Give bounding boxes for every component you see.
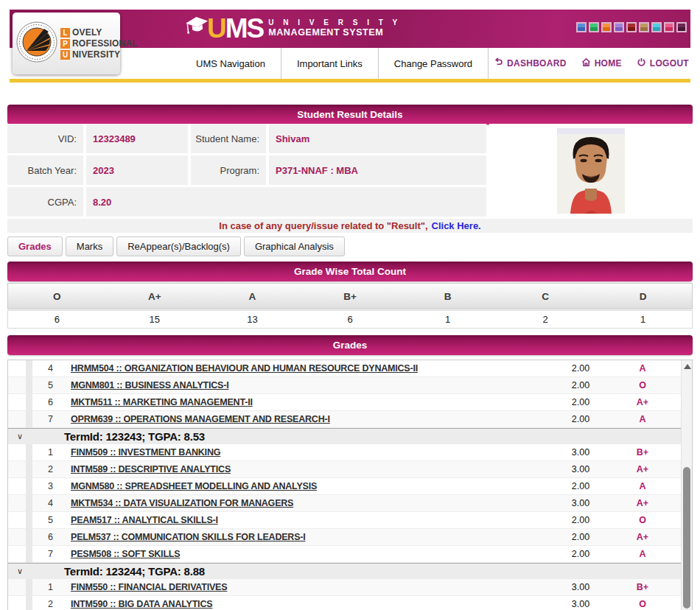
course-link[interactable]: FINM509 :: INVESTMENT BANKING [71, 447, 551, 458]
chevron-down-icon[interactable]: ∨ [17, 432, 27, 441]
vid-label: VID: [7, 124, 83, 153]
program-label: Program: [191, 155, 266, 185]
grade-letter: C [497, 291, 595, 302]
tab-graphical-analysis[interactable]: Graphical Analysis [244, 236, 345, 256]
course-link[interactable]: PESM508 :: SOFT SKILLS [71, 549, 551, 559]
course-serial: 7 [30, 549, 71, 559]
grades-list: 4HRMM504 :: ORGANIZATION BEHAVIOUR AND H… [8, 360, 681, 610]
theme-color-swatch[interactable] [576, 22, 587, 32]
grade-count: 1 [594, 314, 692, 325]
course-credits: 3.00 [551, 447, 610, 458]
course-link[interactable]: HRMM504 :: ORGANIZATION BEHAVIOUR AND HU… [71, 363, 551, 374]
graduation-cap-icon [184, 15, 210, 41]
grade-count: 6 [301, 314, 399, 325]
lpu-letter-u: U [60, 50, 70, 60]
course-link[interactable]: MGNM801 :: BUSINESS ANALYTICS-I [71, 380, 551, 390]
logout-link[interactable]: LOGOUT [637, 57, 689, 69]
chevron-down-icon[interactable]: ∨ [17, 567, 27, 576]
batch-year-label: Batch Year: [7, 155, 83, 185]
theme-color-swatch[interactable] [614, 22, 624, 32]
theme-color-swatch[interactable] [664, 22, 674, 32]
home-icon [581, 57, 591, 69]
dashboard-icon [494, 57, 503, 69]
logout-label: LOGOUT [650, 58, 689, 69]
nav-important-links[interactable]: Important Links [281, 48, 379, 79]
tab-reappear-backlog[interactable]: ReAppear(s)/Backlog(s) [116, 236, 241, 256]
student-name-value: Shivam [269, 124, 486, 153]
course-link[interactable]: PELM537 :: COMMUNICATION SKILLS FOR LEAD… [71, 532, 551, 542]
lpu-letter-p: P [60, 39, 70, 49]
course-credits: 2.00 [551, 532, 610, 542]
batch-year-value: 2023 [86, 155, 188, 185]
course-link[interactable]: INTM589 :: DESCRIPTIVE ANALYTICS [71, 464, 551, 474]
course-link[interactable]: MGNM580 :: SPREADSHEET MODELLING AND ANA… [71, 481, 551, 491]
query-note: In case of any query/issue related to "R… [7, 219, 693, 233]
ums-result-page: LOVELY PROFESSIONAL UNIVERSITY UMS U N I… [0, 0, 700, 610]
term-group-header[interactable]: ∨TermId: 123243; TGPA: 8.53 [8, 428, 681, 444]
dashboard-link[interactable]: DASHBOARD [494, 57, 567, 69]
course-link[interactable]: PEAM517 :: ANALYTICAL SKILLS-I [71, 515, 551, 525]
nav-ums-navigation[interactable]: UMS Navigation [181, 48, 281, 79]
course-credits: 2.00 [551, 414, 610, 424]
course-row: 2INTM590 :: BIG DATA ANALYTICS3.00O [8, 596, 681, 610]
scrollbar-thumb[interactable] [683, 467, 690, 609]
course-credits: 3.00 [551, 464, 610, 474]
course-row: 4HRMM504 :: ORGANIZATION BEHAVIOUR AND H… [8, 360, 681, 377]
course-grade: B+ [610, 582, 675, 592]
nav-change-password[interactable]: Change Password [379, 48, 489, 79]
ums-logo: UMS U N I V E R S I T Y MANAGEMENT SYSTE… [186, 15, 401, 43]
nav-items: UMS Navigation Important Links Change Pa… [181, 48, 489, 79]
grade-count: 13 [203, 314, 301, 325]
lpu-seal-icon [16, 21, 57, 66]
grades-list-panel: 4HRMM504 :: ORGANIZATION BEHAVIOUR AND H… [7, 360, 693, 610]
course-credits: 2.00 [551, 549, 610, 559]
course-row: 4MKTM534 :: DATA VISUALIZATION FOR MANAG… [8, 495, 681, 512]
course-link[interactable]: INTM590 :: BIG DATA ANALYTICS [71, 599, 551, 609]
theme-color-swatch[interactable] [626, 22, 637, 32]
grade-count: 1 [399, 314, 497, 325]
course-serial: 6 [30, 397, 71, 407]
cgpa-label: CGPA: [7, 187, 83, 217]
course-credits: 2.00 [551, 397, 610, 407]
course-row: 6MKTM511 :: MARKETING MANAGEMENT-II2.00A… [8, 394, 681, 411]
course-row: 3MGNM580 :: SPREADSHEET MODELLING AND AN… [8, 478, 681, 495]
lpu-logo[interactable]: LOVELY PROFESSIONAL UNIVERSITY [13, 13, 120, 74]
query-click-here-link[interactable]: Click Here. [432, 220, 481, 231]
course-row: 7OPRM639 :: OPERATIONS MANAGEMENT AND RE… [8, 411, 681, 428]
lpu-letter-l: L [60, 28, 70, 38]
tab-marks[interactable]: Marks [66, 236, 113, 256]
home-link[interactable]: HOME [581, 57, 622, 69]
ums-acronym: UMS [207, 15, 263, 43]
course-link[interactable]: OPRM639 :: OPERATIONS MANAGEMENT AND RES… [71, 414, 551, 424]
course-link[interactable]: MKTM511 :: MARKETING MANAGEMENT-II [71, 397, 551, 407]
course-serial: 2 [30, 599, 71, 609]
query-note-text: In case of any query/issue related to "R… [219, 220, 427, 231]
course-credits: 2.00 [551, 481, 610, 491]
theme-color-swatch[interactable] [651, 22, 662, 32]
scrollbar[interactable] [681, 360, 692, 610]
theme-color-swatch[interactable] [601, 22, 612, 32]
course-grade: A+ [610, 464, 675, 474]
photo-panel [489, 124, 693, 217]
course-serial: 5 [30, 515, 71, 525]
course-serial: 2 [30, 464, 71, 474]
vid-value: 12323489 [86, 124, 188, 153]
grade-letter: D [594, 291, 692, 302]
theme-color-swatch[interactable] [639, 22, 649, 32]
theme-color-swatch[interactable] [676, 22, 687, 32]
tab-grades[interactable]: Grades [7, 236, 63, 256]
yellow-divider [10, 79, 690, 83]
course-credits: 3.00 [551, 599, 610, 609]
student-photo [557, 128, 625, 214]
scrollbar-up-arrow-icon[interactable] [684, 364, 691, 369]
course-link[interactable]: MKTM534 :: DATA VISUALIZATION FOR MANAGE… [71, 498, 551, 508]
course-row: 5MGNM801 :: BUSINESS ANALYTICS-I2.00O [8, 377, 681, 394]
course-credits: 2.00 [551, 380, 610, 390]
course-grade: B+ [610, 447, 675, 458]
term-group-header[interactable]: ∨TermId: 123244; TGPA: 8.88 [8, 563, 681, 579]
student-name-label: Student Name: [191, 124, 266, 153]
grade-count-header: Grade Wise Total Count [7, 262, 693, 281]
course-link[interactable]: FINM550 :: FINANCIAL DERIVATIVES [71, 582, 551, 592]
theme-color-swatch[interactable] [589, 22, 599, 32]
info-row-1: VID: 12323489 Student Name: Shivam [7, 124, 486, 153]
